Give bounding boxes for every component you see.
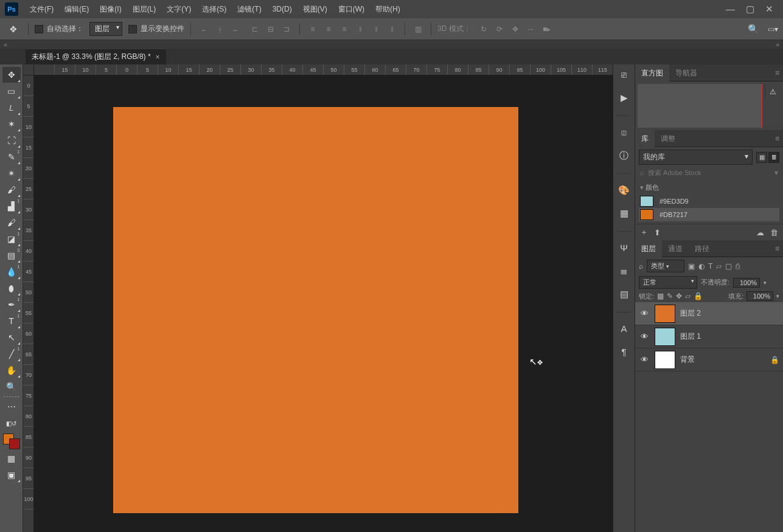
canvas[interactable] (113, 107, 518, 513)
character-icon[interactable]: ⎅ (618, 127, 630, 139)
orbit-icon[interactable]: ↻ (477, 22, 490, 36)
menu-item[interactable]: 视图(V) (298, 0, 333, 18)
filter-toggle-icon[interactable]: ⎙ (736, 262, 740, 271)
type-tool[interactable]: T1 (2, 313, 21, 329)
distribute-bottom-icon[interactable]: ≡ (338, 22, 351, 36)
background-swatch[interactable] (9, 438, 20, 449)
glyph-A-icon[interactable]: A (618, 323, 630, 336)
layer-thumbnail[interactable] (655, 328, 675, 346)
color-section-header[interactable]: 颜色 (639, 181, 779, 195)
play-icon[interactable]: ▶ (618, 92, 630, 105)
fill-field[interactable]: 100% (746, 291, 773, 301)
add-icon[interactable]: ＋ (640, 227, 648, 238)
gradient-tool[interactable]: ▤3 (2, 247, 21, 263)
auto-select-checkbox[interactable]: 自动选择： (35, 24, 83, 34)
path-select-tool[interactable]: ↖ (2, 330, 21, 345)
panel-menu-icon[interactable]: ≡ (775, 69, 783, 77)
show-transform-checkbox[interactable]: 显示变换控件 (128, 24, 184, 34)
align-bottom-icon[interactable]: ⫠ (229, 22, 242, 36)
clone-stamp-tool[interactable]: ▟1 (2, 198, 21, 214)
menu-item[interactable]: 文件(F) (24, 0, 59, 18)
layer-visibility-icon[interactable]: 👁 (639, 309, 650, 318)
slide-icon[interactable]: ↔ (524, 22, 538, 36)
layer-row[interactable]: 👁背景🔒 (635, 348, 783, 371)
menu-item[interactable]: 文字(Y) (161, 0, 197, 18)
menu-item[interactable]: 选择(S) (197, 0, 232, 18)
magic-wand-tool[interactable]: ✶ (2, 116, 21, 132)
filter-type-icon[interactable]: T (708, 262, 712, 271)
menu-item[interactable]: 帮助(H) (370, 0, 406, 18)
distribute-left-icon[interactable]: ⦀ (353, 22, 367, 36)
search-icon[interactable]: 🔍 (748, 24, 759, 35)
layer-filter-select[interactable]: 类型 (647, 260, 684, 272)
hand-tool[interactable]: ✋ (2, 362, 21, 378)
blend-mode-select[interactable]: 正常 (639, 276, 697, 289)
layer-row[interactable]: 👁图层 2 (635, 302, 783, 325)
layer-name[interactable]: 背景 (680, 354, 765, 365)
blur-tool[interactable]: 💧1 (2, 264, 21, 280)
menu-item[interactable]: 窗口(W) (333, 0, 370, 18)
menu-item[interactable]: 3D(D) (267, 0, 298, 18)
lock-move-icon[interactable]: ✥ (676, 292, 682, 300)
cloud-sync-icon[interactable]: ☁ (756, 228, 764, 237)
opacity-field[interactable]: 100% (733, 278, 760, 288)
trash-icon[interactable]: 🗑 (770, 228, 778, 237)
layer-name[interactable]: 图层 2 (680, 308, 779, 319)
align-hcenter-icon[interactable]: ⊟ (264, 22, 277, 36)
eyedropper-tool[interactable]: ✎1 (2, 149, 21, 165)
crop-tool[interactable]: ⛶ (2, 133, 21, 148)
lock-all-icon[interactable]: 🔒 (694, 292, 703, 300)
menu-item[interactable]: 编辑(E) (59, 0, 94, 18)
line-tool[interactable]: ╱1 (2, 346, 21, 362)
auto-align-icon[interactable]: ▥ (411, 22, 425, 36)
layer-row[interactable]: 👁图层 1 (635, 325, 783, 348)
library-color-item[interactable]: #DB7217 (639, 208, 779, 221)
lock-pixels-icon[interactable]: ▩ (657, 292, 664, 300)
histogram-warning-icon[interactable]: ⚠ (765, 84, 781, 100)
upload-icon[interactable]: ⬆ (654, 228, 661, 237)
menu-item[interactable]: 图层(L) (127, 0, 162, 18)
color-swatches[interactable] (2, 433, 21, 450)
align-top-icon[interactable]: ⫠ (197, 22, 211, 36)
list-view-button[interactable]: ≣ (768, 152, 779, 163)
workspace-switcher-icon[interactable]: ▭▾ (768, 25, 778, 33)
align-right-icon[interactable]: ⊐ (280, 22, 293, 36)
tab-layers[interactable]: 图层 (635, 240, 662, 257)
filter-image-icon[interactable]: ▣ (688, 262, 695, 271)
library-select[interactable]: 我的库▾ (639, 150, 753, 165)
panel-menu-icon[interactable]: ≡ (775, 134, 783, 143)
move-tool[interactable]: ✥ (2, 67, 21, 83)
canvas-area[interactable]: 1510505101520253035404550556065707580859… (23, 64, 613, 532)
marquee-tool[interactable]: ▭ (2, 83, 21, 99)
eraser-tool[interactable]: ◪1 (2, 231, 21, 247)
layer-visibility-icon[interactable]: 👁 (639, 355, 650, 364)
layer-thumbnail[interactable] (655, 351, 675, 369)
default-colors-icon[interactable]: ◧↺ (2, 415, 21, 431)
menu-item[interactable]: 图像(I) (94, 0, 127, 18)
library-color-item[interactable]: #9ED3D9 (639, 195, 779, 208)
swatches-icon[interactable]: 🎨 (618, 185, 630, 197)
grid-view-button[interactable]: ▦ (756, 152, 767, 163)
filter-adjust-icon[interactable]: ◐ (698, 262, 705, 271)
panel-menu-icon[interactable]: ≡ (775, 244, 783, 253)
tab-histogram[interactable]: 直方图 (635, 64, 669, 81)
grid-icon[interactable]: ▦ (618, 208, 630, 220)
tab-navigator[interactable]: 导航器 (669, 64, 703, 81)
edit-toolbar-icon[interactable]: ⋯ (2, 399, 21, 415)
distribute-hcenter-icon[interactable]: ⦀ (369, 22, 383, 36)
info-icon[interactable]: ⓘ (618, 150, 630, 162)
tab-library[interactable]: 库 (635, 130, 655, 147)
search-dropdown-icon[interactable]: ▾ (774, 168, 778, 177)
filter-smart-icon[interactable]: ▢ (725, 262, 732, 271)
brush-tool[interactable]: 🖌 (2, 182, 21, 198)
menu-item[interactable]: 滤镜(T) (232, 0, 266, 18)
paragraph-icon[interactable]: ¶ (618, 347, 630, 359)
maximize-button[interactable]: ▢ (746, 4, 754, 15)
filter-search-icon[interactable]: ⌕ (639, 262, 643, 271)
layer-comps-icon[interactable]: ▤ (618, 289, 630, 301)
healing-tool[interactable]: ✴ (2, 165, 21, 181)
layer-thumbnail[interactable] (655, 305, 675, 323)
lasso-tool[interactable]: 𝘓 (2, 100, 21, 116)
minimize-button[interactable]: — (726, 4, 735, 15)
brush-settings-icon[interactable]: Ψ (618, 243, 630, 255)
